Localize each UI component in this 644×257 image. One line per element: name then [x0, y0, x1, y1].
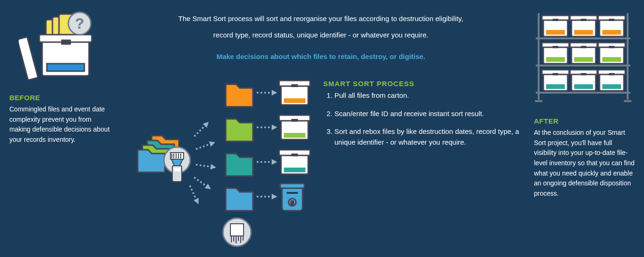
- svg-rect-52: [546, 30, 565, 35]
- svg-rect-80: [574, 84, 593, 89]
- process-steps: Pull all files from carton. Scan/enter f…: [323, 90, 520, 147]
- svg-rect-6: [62, 40, 70, 44]
- svg-rect-27: [284, 133, 305, 138]
- svg-rect-71: [609, 46, 614, 48]
- svg-rect-75: [553, 73, 558, 75]
- before-label: BEFORE: [9, 94, 110, 102]
- secure-bin-icon: [280, 184, 304, 211]
- shelf-box-icon: [598, 43, 625, 64]
- process-step-1: Pull all files from carton.: [334, 90, 520, 101]
- after-column: AFTER At the conclusion of your Smart So…: [534, 117, 635, 205]
- svg-text:?: ?: [75, 15, 84, 32]
- after-label: AFTER: [534, 117, 635, 125]
- shelf-box-icon: [598, 15, 625, 37]
- svg-rect-83: [609, 73, 614, 75]
- process-step-3: Sort and rebox files by like destruction…: [334, 126, 520, 147]
- svg-rect-25: [174, 168, 180, 171]
- intro-text: The Smart Sort process will sort and reo…: [155, 13, 487, 67]
- svg-rect-7: [47, 64, 84, 71]
- fanout-arrows-icon: [187, 120, 217, 206]
- before-column: BEFORE Commingled files and event date c…: [9, 94, 110, 151]
- svg-rect-55: [581, 19, 586, 21]
- svg-rect-84: [602, 84, 621, 89]
- shelving-icon: [534, 13, 632, 102]
- shelf-box-icon: [570, 15, 597, 37]
- intro-line-2: record type, record status, unique ident…: [155, 29, 487, 40]
- barcode-scanner-icon: [164, 147, 190, 182]
- sorted-folders-icon: [226, 84, 253, 211]
- svg-rect-60: [602, 30, 621, 35]
- process-step-2: Scan/enter file ID and receive instant s…: [334, 109, 520, 119]
- shelf-box-icon: [570, 70, 597, 91]
- svg-rect-35: [230, 224, 244, 236]
- svg-rect-59: [609, 19, 614, 21]
- svg-rect-28: [284, 168, 305, 172]
- svg-rect-18: [170, 153, 184, 159]
- process-column: SMART SORT PROCESS Pull all files from c…: [323, 80, 520, 155]
- shelf-box-icon: [542, 43, 569, 64]
- tagline: Make decisions about which files to reta…: [155, 51, 487, 62]
- svg-rect-51: [553, 19, 558, 21]
- svg-rect-64: [546, 57, 565, 62]
- shelf-box-icon: [570, 43, 597, 64]
- commingled-box-icon: ?: [19, 9, 94, 84]
- svg-rect-0: [19, 37, 38, 81]
- to-box-arrows-icon: [257, 90, 277, 199]
- process-label: SMART SORT PROCESS: [323, 80, 520, 88]
- shelf-box-icon: [598, 70, 625, 91]
- shelf-box-icon: [542, 15, 569, 37]
- svg-rect-30: [280, 184, 304, 188]
- svg-rect-67: [581, 46, 586, 48]
- svg-rect-33: [290, 200, 294, 205]
- destination-boxes-icon: [279, 81, 310, 211]
- svg-rect-31: [287, 192, 298, 194]
- svg-rect-56: [574, 30, 593, 35]
- intro-line-1: The Smart Sort process will sort and reo…: [155, 13, 487, 24]
- shelf-box-icon: [542, 70, 569, 91]
- svg-rect-26: [284, 98, 305, 103]
- flow-diagram-icon: [131, 80, 318, 248]
- before-text: Commingled files and event date complexi…: [9, 104, 110, 145]
- svg-rect-76: [546, 84, 565, 89]
- svg-rect-63: [553, 46, 558, 48]
- svg-rect-79: [581, 73, 586, 75]
- shred-document-icon: [223, 218, 251, 246]
- after-text: At the conclusion of your Smart Sort pro…: [534, 128, 635, 199]
- svg-rect-72: [602, 57, 621, 62]
- svg-rect-68: [574, 57, 593, 62]
